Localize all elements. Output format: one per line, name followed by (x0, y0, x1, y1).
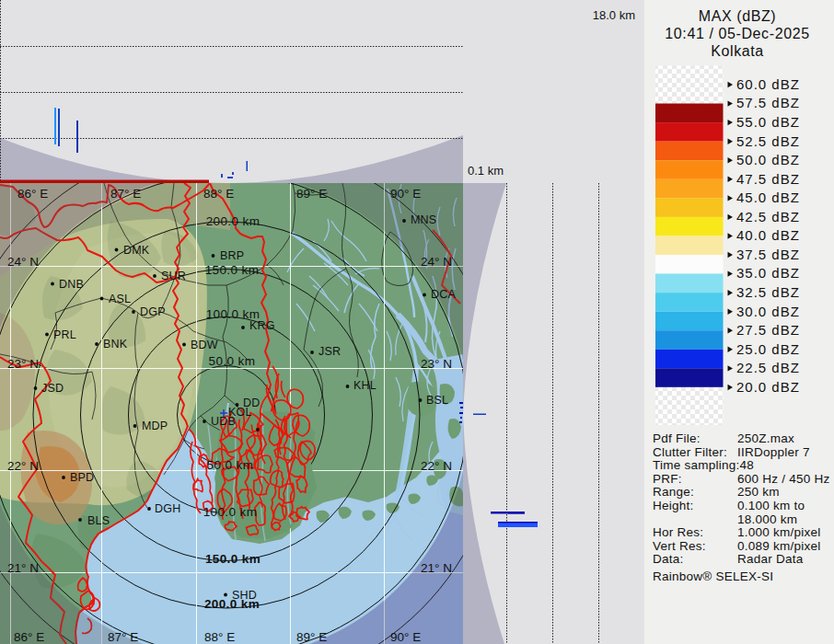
svg-text:88° E: 88° E (204, 630, 235, 644)
svg-text:86° E: 86° E (14, 630, 44, 644)
svg-text:DNB: DNB (59, 278, 84, 291)
svg-text:BRP: BRP (220, 249, 244, 262)
svg-text:DMK: DMK (123, 244, 150, 257)
svg-text:35.0 dBZ: 35.0 dBZ (736, 265, 800, 281)
svg-text:22° N: 22° N (421, 459, 452, 473)
svg-text:0.100 km to: 0.100 km to (737, 499, 805, 512)
svg-text:BDW: BDW (191, 339, 218, 351)
svg-text:24° N: 24° N (7, 255, 39, 269)
svg-text:MAX (dBZ): MAX (dBZ) (699, 8, 777, 24)
svg-text:KRG: KRG (249, 319, 275, 332)
svg-text:10:41 / 05-Dec-2025: 10:41 / 05-Dec-2025 (665, 26, 809, 41)
svg-text:0.1 km: 0.1 km (468, 164, 504, 178)
svg-text:Vert Res:: Vert Res: (653, 539, 706, 553)
svg-text:30.0 dBZ: 30.0 dBZ (736, 304, 800, 319)
svg-text:47.5 dBZ: 47.5 dBZ (736, 171, 800, 187)
svg-text:200.0 km: 200.0 km (206, 214, 261, 228)
svg-text:Time sampling:48: Time sampling:48 (653, 458, 754, 472)
svg-text:27.5 dBZ: 27.5 dBZ (736, 322, 800, 338)
svg-text:20.0 dBZ: 20.0 dBZ (736, 379, 800, 395)
svg-text:40.0 dBZ: 40.0 dBZ (736, 227, 800, 243)
svg-text:Data:: Data: (653, 552, 684, 566)
svg-text:50.0 km: 50.0 km (209, 354, 256, 368)
svg-text:21° N: 21° N (421, 561, 452, 575)
svg-text:50.0 km: 50.0 km (207, 458, 254, 472)
svg-text:600 Hz / 450 Hz: 600 Hz / 450 Hz (737, 472, 830, 486)
svg-text:DGP: DGP (140, 305, 166, 318)
svg-text:SHD: SHD (232, 589, 257, 602)
svg-text:MNS: MNS (411, 213, 436, 226)
svg-text:KOL: KOL (228, 406, 252, 419)
svg-text:87° E: 87° E (110, 187, 141, 201)
svg-text:250 km: 250 km (737, 485, 780, 499)
svg-text:89° E: 89° E (296, 630, 327, 644)
svg-text:23° N: 23° N (7, 357, 39, 371)
svg-text:JSR: JSR (319, 345, 341, 358)
svg-text:Hor Res:: Hor Res: (653, 525, 703, 539)
svg-text:JSD: JSD (41, 382, 64, 395)
svg-text:22.5 dBZ: 22.5 dBZ (736, 360, 800, 375)
svg-text:SUR: SUR (161, 270, 186, 282)
svg-text:PRF:: PRF: (653, 472, 682, 486)
svg-text:Radar Data: Radar Data (737, 552, 804, 566)
svg-text:Kolkata: Kolkata (711, 43, 764, 59)
svg-text:90° E: 90° E (390, 187, 421, 201)
svg-text:55.0 dBZ: 55.0 dBZ (736, 114, 800, 130)
svg-text:DGH: DGH (155, 502, 180, 515)
svg-text:250Z.max: 250Z.max (737, 431, 794, 445)
svg-text:Range:: Range: (653, 485, 694, 499)
svg-text:57.5 dBZ: 57.5 dBZ (736, 95, 800, 110)
svg-text:18.0 km: 18.0 km (593, 8, 635, 22)
svg-text:42.5 dBZ: 42.5 dBZ (736, 209, 800, 224)
svg-text:Height:: Height: (653, 499, 694, 512)
svg-text:IIRDoppler 7: IIRDoppler 7 (737, 445, 810, 459)
svg-text:BSL: BSL (426, 394, 448, 407)
svg-text:23° N: 23° N (421, 357, 452, 371)
svg-text:KHL: KHL (353, 379, 376, 392)
svg-text:32.5 dBZ: 32.5 dBZ (736, 284, 800, 300)
svg-text:DCA: DCA (431, 288, 456, 301)
svg-text:BPD: BPD (70, 471, 94, 484)
svg-text:18.000 km: 18.000 km (737, 512, 797, 526)
svg-text:BNK: BNK (103, 338, 128, 351)
svg-text:1.000 km/pixel: 1.000 km/pixel (737, 525, 821, 539)
svg-text:87° E: 87° E (108, 630, 138, 644)
svg-text:88° E: 88° E (203, 187, 234, 201)
svg-text:0.089 km/pixel: 0.089 km/pixel (737, 539, 821, 553)
svg-text:Rainbow® SELEX-SI: Rainbow® SELEX-SI (653, 569, 773, 583)
svg-text:150.0 km: 150.0 km (205, 552, 261, 566)
svg-text:45.0 dBZ: 45.0 dBZ (736, 190, 800, 205)
svg-text:Pdf File:: Pdf File: (653, 431, 701, 445)
svg-text:BLS: BLS (87, 514, 110, 527)
svg-text:24° N: 24° N (421, 255, 452, 269)
svg-text:ASL: ASL (109, 293, 131, 305)
svg-text:60.0 dBZ: 60.0 dBZ (736, 76, 800, 92)
svg-text:37.5 dBZ: 37.5 dBZ (736, 247, 800, 262)
svg-text:150.0 km: 150.0 km (205, 263, 260, 277)
svg-text:89° E: 89° E (296, 187, 327, 201)
svg-text:50.0 dBZ: 50.0 dBZ (736, 152, 800, 167)
svg-text:52.5 dBZ: 52.5 dBZ (736, 133, 800, 149)
svg-text:86° E: 86° E (17, 187, 48, 201)
svg-text:PRL: PRL (53, 328, 76, 341)
svg-text:25.0 dBZ: 25.0 dBZ (736, 341, 800, 357)
svg-text:MDP: MDP (142, 420, 168, 432)
svg-text:100.0 km: 100.0 km (203, 505, 258, 519)
svg-text:21° N: 21° N (7, 561, 39, 575)
svg-text:22° N: 22° N (7, 459, 39, 473)
svg-text:Clutter Filter:: Clutter Filter: (653, 445, 727, 459)
svg-text:90° E: 90° E (390, 630, 421, 644)
